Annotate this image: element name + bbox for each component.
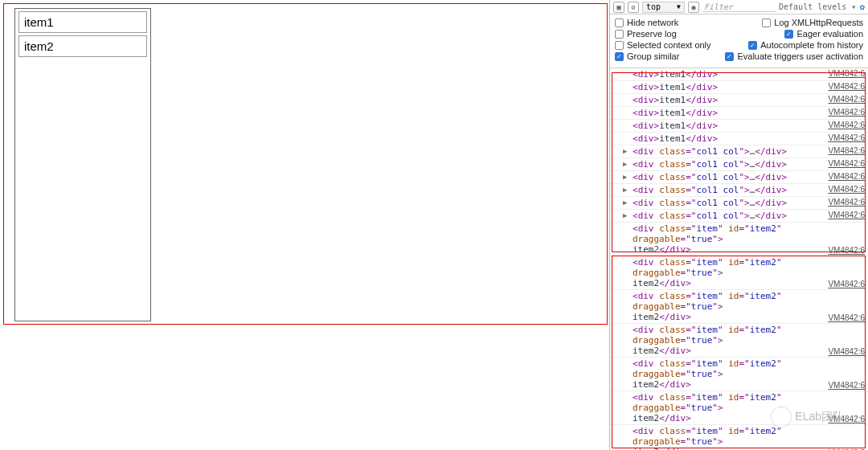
console-log-row[interactable]: <div>item1</div>VM4842:6	[610, 120, 868, 133]
log-source-link[interactable]: VM4842:6	[828, 185, 865, 194]
log-source-link[interactable]: VM4842:6	[828, 415, 865, 423]
eval-triggers-checkbox[interactable]: ✓Evaluate triggers user activation	[725, 51, 863, 61]
console-settings: Hide network Log XMLHttpRequests Preserv…	[610, 14, 868, 68]
console-log-row[interactable]: <div>item1</div>VM4842:6	[610, 107, 868, 120]
group-similar-checkbox[interactable]: ✓Group similar	[615, 51, 679, 61]
console-log-row[interactable]: <div>item1</div>VM4842:6	[610, 81, 868, 94]
console-log-row[interactable]: ▶<div class="col1 col">…</div>VM4842:6	[610, 171, 868, 184]
log-source-link[interactable]: VM4842:6	[828, 69, 865, 78]
preserve-log-checkbox[interactable]: Preserve log	[615, 29, 677, 39]
log-source-link[interactable]: VM4842:6	[828, 82, 865, 91]
hide-network-checkbox[interactable]: Hide network	[615, 18, 678, 27]
console-log-row[interactable]: ▶<div class="col1 col">…</div>VM4842:6	[610, 184, 868, 197]
autocomplete-checkbox[interactable]: ✓Autocomplete from history	[748, 40, 863, 50]
log-source-link[interactable]: VM4842:6	[828, 211, 865, 219]
log-source-link[interactable]: VM4842:6	[828, 133, 865, 142]
log-levels[interactable]: Default levels ▾	[779, 2, 856, 11]
log-source-link[interactable]: VM4842:6	[828, 146, 865, 155]
console-log-row[interactable]: <div class="item" id="item2" draggable="…	[610, 324, 868, 358]
console-log-row[interactable]: ▶<div class="col1 col">…</div>VM4842:6	[610, 197, 868, 210]
console-output[interactable]: <div>item1</div>VM4842:6<div>item1</div>…	[610, 68, 868, 450]
filter-input[interactable]: Filter	[702, 2, 776, 12]
selected-context-checkbox[interactable]: Selected context only	[615, 40, 711, 50]
console-log-row[interactable]: <div>item1</div>VM4842:6	[610, 94, 868, 107]
log-source-link[interactable]: VM4842:6	[828, 108, 865, 117]
log-source-link[interactable]: VM4842:6	[828, 280, 865, 288]
context-selector[interactable]: top▼	[642, 2, 685, 13]
console-log-row[interactable]: <div class="item" id="item2" draggable="…	[610, 223, 868, 256]
devtools-console: ▣ ⊘ top▼ ◉ Filter Default levels ▾ ✿ Hid…	[609, 0, 868, 450]
log-xhr-checkbox[interactable]: Log XMLHttpRequests	[762, 18, 863, 27]
log-source-link[interactable]: VM4842:6	[828, 198, 865, 207]
log-source-link[interactable]: VM4842:6	[828, 347, 865, 356]
console-log-row[interactable]: <div class="item" id="item2" draggable="…	[610, 358, 868, 391]
drop-container[interactable]: item1 item2	[14, 8, 151, 321]
draggable-item-1[interactable]: item1	[18, 11, 147, 33]
console-log-row[interactable]: <div>item1</div>VM4842:6	[610, 133, 868, 145]
console-toolbar: ▣ ⊘ top▼ ◉ Filter Default levels ▾ ✿	[610, 0, 868, 14]
log-source-link[interactable]: VM4842:6	[828, 95, 865, 104]
log-source-link[interactable]: VM4842:6	[828, 313, 865, 322]
console-log-row[interactable]: ▶<div class="col1 col">…</div>VM4842:6	[610, 210, 868, 223]
log-source-link[interactable]: VM4842:6	[828, 172, 865, 181]
console-log-row[interactable]: ▶<div class="col1 col">…</div>VM4842:6	[610, 145, 868, 158]
console-log-row[interactable]: <div class="item" id="item2" draggable="…	[610, 425, 868, 450]
log-source-link[interactable]: VM4842:6	[828, 121, 865, 129]
log-source-link[interactable]: VM4842:6	[828, 381, 865, 390]
console-log-row[interactable]: <div class="item" id="item2" draggable="…	[610, 391, 868, 425]
log-source-link[interactable]: VM4842:6	[828, 159, 865, 168]
log-source-link[interactable]: VM4842:6	[828, 246, 865, 255]
console-log-row[interactable]: ▶<div class="col1 col">…</div>VM4842:6	[610, 158, 868, 171]
console-log-row[interactable]: <div class="item" id="item2" draggable="…	[610, 290, 868, 324]
element-picker-icon[interactable]: ▣	[613, 2, 624, 13]
eager-eval-checkbox[interactable]: ✓Eager evaluation	[784, 29, 863, 39]
draggable-item-2[interactable]: item2	[18, 35, 147, 57]
eye-icon[interactable]: ◉	[688, 2, 699, 13]
console-log-row[interactable]: <div class="item" id="item2" draggable="…	[610, 256, 868, 290]
console-log-row[interactable]: <div>item1</div>VM4842:6	[610, 68, 868, 81]
settings-gear-icon[interactable]: ✿	[859, 2, 865, 12]
clear-console-icon[interactable]: ⊘	[628, 2, 639, 13]
